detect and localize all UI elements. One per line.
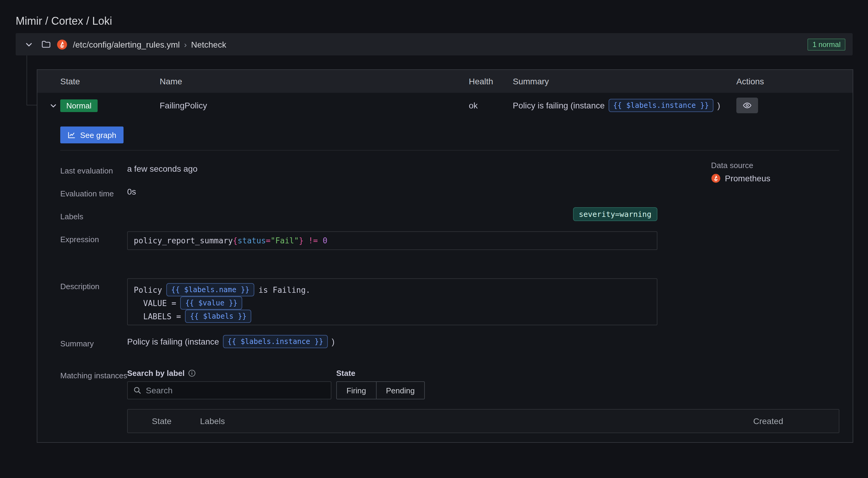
template-variable-chip: {{ $labels.name }} xyxy=(166,283,254,296)
state-filter-group: Firing Pending xyxy=(336,381,425,400)
firing-filter-button[interactable]: Firing xyxy=(336,381,376,400)
evaluation-time-value: 0s xyxy=(127,187,136,196)
expr-label-value: "Fail" xyxy=(271,236,299,245)
rule-group-row[interactable]: /etc/config/alerting_rules.yml › Netchec… xyxy=(16,33,852,56)
expr-brace-close: } xyxy=(299,236,304,245)
expression-label: Expression xyxy=(60,233,128,246)
state-filter-label: State xyxy=(336,369,355,378)
evaluation-time-label: Evaluation time xyxy=(60,187,128,200)
rule-row: Normal FailingPolicy ok Policy is failin… xyxy=(37,93,852,118)
template-variable-chip: {{ $labels.instance }} xyxy=(608,99,714,112)
search-by-label-text: Search by label xyxy=(127,369,185,378)
expr-brace-open: { xyxy=(233,236,238,245)
label-search-field[interactable] xyxy=(127,381,332,400)
view-rule-button[interactable] xyxy=(736,98,758,113)
summary-label: Summary xyxy=(60,337,128,350)
description-text: LABELS = xyxy=(134,312,181,321)
see-graph-button[interactable]: See graph xyxy=(60,127,124,144)
tree-connector-vertical xyxy=(27,56,27,105)
prometheus-icon xyxy=(57,39,67,50)
group-status-badge: 1 normal xyxy=(808,38,845,50)
column-header-name: Name xyxy=(160,76,469,86)
rules-panel: State Name Health Summary Actions Normal… xyxy=(37,69,853,443)
page-title: Mimir / Cortex / Loki xyxy=(16,15,112,28)
expr-operator: != xyxy=(309,236,318,245)
rule-name-cell: FailingPolicy xyxy=(160,101,469,110)
row-expand-chevron-icon[interactable] xyxy=(37,101,60,109)
rule-state-cell: Normal xyxy=(60,99,160,112)
column-header-health: Health xyxy=(469,76,513,86)
pending-filter-button[interactable]: Pending xyxy=(376,381,425,400)
rules-table-header: State Name Health Summary Actions xyxy=(37,70,852,93)
last-evaluation-value: a few seconds ago xyxy=(127,164,198,173)
graph-icon xyxy=(67,131,76,139)
folder-icon xyxy=(41,39,51,50)
info-icon[interactable] xyxy=(188,369,196,377)
alerting-page: Mimir / Cortex / Loki /etc/config/alerti… xyxy=(0,0,868,478)
description-text: Policy xyxy=(134,285,162,294)
severity-label-badge: severity=warning xyxy=(573,207,657,221)
matching-instances-table-header: State Labels Created xyxy=(127,409,839,433)
summary-value: Policy is failing (instance {{ $labels.i… xyxy=(127,335,334,348)
description-line: VALUE = {{ $value }} xyxy=(134,296,651,310)
expression-code: policy_report_summary{status="Fail"}!=0 xyxy=(127,231,657,250)
description-text: VALUE = xyxy=(134,298,176,308)
group-collapse-chevron-icon[interactable] xyxy=(22,38,36,51)
prometheus-icon xyxy=(711,173,721,183)
template-variable-chip: {{ $labels.instance }} xyxy=(223,335,328,348)
template-variable-chip: {{ $value }} xyxy=(181,296,242,310)
summary-text: Policy is failing (instance xyxy=(127,337,219,346)
description-label: Description xyxy=(60,280,128,293)
description-code: Policy {{ $labels.name }} is Failing. VA… xyxy=(127,278,657,325)
data-source-name: Prometheus xyxy=(725,173,770,183)
tree-connector-horizontal xyxy=(27,105,37,105)
data-source-value: Prometheus xyxy=(711,173,770,183)
labels-row: severity=warning xyxy=(127,207,657,221)
expr-label-name: status xyxy=(238,236,266,245)
label-search-input[interactable] xyxy=(146,385,326,395)
matching-instances-label: Matching instances xyxy=(60,369,128,382)
summary-text-suffix: ) xyxy=(717,101,720,110)
search-by-label-label: Search by label xyxy=(127,369,196,378)
column-header-state: State xyxy=(37,76,160,86)
expr-number: 0 xyxy=(323,236,328,245)
section-divider xyxy=(60,150,839,151)
rule-group-name: Netcheck xyxy=(191,39,226,49)
labels-label: Labels xyxy=(60,210,128,223)
summary-text-suffix: ) xyxy=(332,337,334,346)
instances-column-labels: Labels xyxy=(200,416,753,426)
instances-column-created: Created xyxy=(753,416,840,426)
summary-text: Policy is failing (instance xyxy=(513,101,605,110)
description-line: Policy {{ $labels.name }} is Failing. xyxy=(134,283,651,296)
rule-actions-cell xyxy=(736,98,852,113)
column-header-summary: Summary xyxy=(513,76,736,86)
search-icon xyxy=(133,386,142,394)
expr-metric: policy_report_summary xyxy=(134,236,233,245)
breadcrumb-separator-icon: › xyxy=(184,39,187,49)
eye-icon xyxy=(742,101,752,110)
expr-equals: = xyxy=(266,236,271,245)
state-badge: Normal xyxy=(60,99,98,112)
see-graph-label: See graph xyxy=(80,130,116,139)
data-source-label: Data source xyxy=(711,161,753,170)
column-header-actions: Actions xyxy=(736,76,852,86)
description-line: LABELS = {{ $labels }} xyxy=(134,310,651,323)
last-evaluation-label: Last evaluation xyxy=(60,164,128,177)
rule-file-path: /etc/config/alerting_rules.yml xyxy=(73,39,180,49)
template-variable-chip: {{ $labels }} xyxy=(185,310,252,323)
description-text: is Failing. xyxy=(258,285,310,294)
rule-summary-cell: Policy is failing (instance {{ $labels.i… xyxy=(513,99,736,112)
instances-column-state: State xyxy=(152,416,200,426)
rule-health-cell: ok xyxy=(469,101,513,110)
